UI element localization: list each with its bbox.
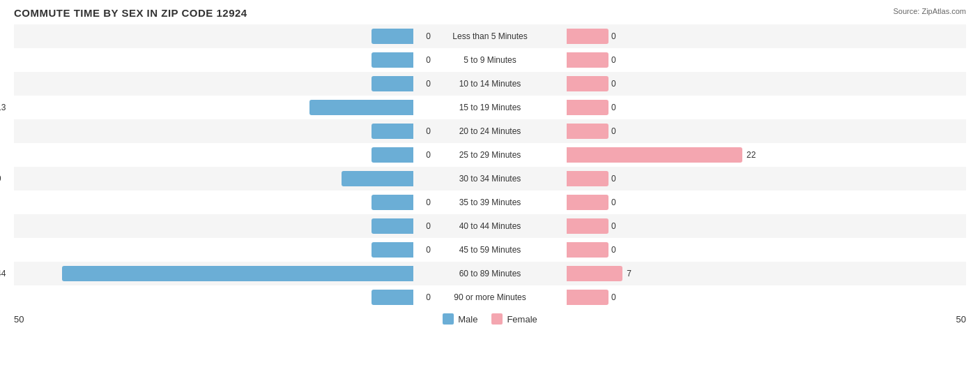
label-area: Less than 5 Minutes (413, 24, 567, 48)
male-bar: 0 (372, 76, 413, 91)
label-area: 35 to 39 Minutes (413, 191, 567, 214)
right-side: 0 (567, 48, 966, 72)
left-side: 0 (14, 24, 413, 48)
female-bar: 0 (567, 29, 608, 44)
male-bar: 0 (372, 218, 413, 234)
male-bar-container: 0 (14, 147, 413, 163)
female-bar: 0 (567, 218, 608, 234)
chart-row: 0 5 to 9 Minutes 0 (14, 48, 966, 72)
source-label: Source: ZipAtlas.com (893, 7, 966, 15)
male-bar-container: 9 (14, 171, 413, 186)
female-bar-container: 0 (567, 171, 966, 186)
chart-row: 0 90 or more Minutes 0 (14, 285, 966, 309)
female-bar-container: 0 (567, 290, 966, 305)
male-bar-container: 0 (14, 124, 413, 139)
label-area: 5 to 9 Minutes (413, 48, 567, 72)
male-bar-container: 0 (14, 76, 413, 91)
bar-label: Less than 5 Minutes (452, 31, 527, 41)
male-bar: 0 (372, 242, 413, 258)
right-side: 0 (567, 238, 966, 262)
male-bar (309, 100, 413, 115)
male-value: 44 (0, 269, 6, 278)
row-inner: 0 45 to 59 Minutes 0 (14, 238, 966, 262)
female-value: 22 (747, 150, 756, 160)
right-side: 0 (567, 24, 966, 48)
female-bar-container: 0 (567, 76, 966, 91)
female-bar-container: 0 (567, 242, 966, 258)
bar-label: 20 to 24 Minutes (459, 126, 521, 136)
right-side: 0 (567, 72, 966, 96)
male-bar (342, 171, 413, 186)
female-bar: 0 (567, 171, 608, 186)
female-bar-container: 0 (567, 124, 966, 139)
left-side: 0 (14, 72, 413, 96)
female-bar-container: 0 (567, 29, 966, 44)
female-bar-container: 0 (567, 218, 966, 234)
row-inner: 13 15 to 19 Minutes 0 (14, 96, 966, 119)
row-inner: 0 40 to 44 Minutes 0 (14, 214, 966, 238)
legend-male-label: Male (458, 314, 477, 325)
bar-label: 60 to 89 Minutes (459, 269, 521, 278)
chart-row: 13 15 to 19 Minutes 0 (14, 96, 966, 119)
chart-row: 0 Less than 5 Minutes 0 (14, 24, 966, 48)
bar-label: 5 to 9 Minutes (464, 55, 516, 65)
left-side: 0 (14, 214, 413, 238)
bar-label: 15 to 19 Minutes (459, 103, 521, 112)
row-inner: 0 Less than 5 Minutes 0 (14, 24, 966, 48)
row-inner: 0 10 to 14 Minutes 0 (14, 72, 966, 96)
male-bar: 0 (372, 52, 413, 68)
male-bar: 0 (372, 290, 413, 305)
chart-row: 44 60 to 89 Minutes 7 (14, 262, 966, 285)
chart-row: 0 35 to 39 Minutes 0 (14, 191, 966, 214)
male-bar-container: 44 (14, 266, 413, 281)
right-side: 22 (567, 143, 966, 167)
female-bar: 0 (567, 76, 608, 91)
right-side: 0 (567, 191, 966, 214)
chart-row: 0 25 to 29 Minutes 22 (14, 143, 966, 167)
row-inner: 44 60 to 89 Minutes 7 (14, 262, 966, 285)
left-side: 0 (14, 238, 413, 262)
legend-male-box (443, 313, 454, 325)
male-bar (62, 266, 413, 281)
male-bar: 0 (372, 124, 413, 139)
male-bar-container: 0 (14, 29, 413, 44)
left-side: 0 (14, 143, 413, 167)
row-inner: 0 35 to 39 Minutes 0 (14, 191, 966, 214)
female-bar: 0 (567, 100, 608, 115)
chart-row: 0 45 to 59 Minutes 0 (14, 238, 966, 262)
right-side: 0 (567, 119, 966, 143)
bar-label: 45 to 59 Minutes (459, 245, 521, 255)
chart-row: 9 30 to 34 Minutes 0 (14, 167, 966, 191)
left-side: 0 (14, 48, 413, 72)
right-side: 0 (567, 285, 966, 309)
label-area: 60 to 89 Minutes (413, 262, 567, 285)
female-bar-container: 22 (567, 147, 966, 163)
label-area: 20 to 24 Minutes (413, 119, 567, 143)
chart-container: COMMUTE TIME BY SEX IN ZIP CODE 12924 So… (0, 0, 980, 365)
right-side: 0 (567, 214, 966, 238)
chart-row: 0 20 to 24 Minutes 0 (14, 119, 966, 143)
label-area: 30 to 34 Minutes (413, 167, 567, 191)
row-inner: 0 90 or more Minutes 0 (14, 285, 966, 309)
legend: Male Female (24, 313, 956, 325)
right-side: 0 (567, 96, 966, 119)
male-bar-container: 13 (14, 100, 413, 115)
male-value: 9 (0, 174, 1, 184)
row-inner: 9 30 to 34 Minutes 0 (14, 167, 966, 191)
female-bar-container: 0 (567, 52, 966, 68)
female-bar (567, 147, 742, 163)
bar-label: 35 to 39 Minutes (459, 198, 521, 207)
label-area: 25 to 29 Minutes (413, 143, 567, 167)
chart-row: 0 10 to 14 Minutes 0 (14, 72, 966, 96)
male-bar-container: 0 (14, 242, 413, 258)
chart-title: COMMUTE TIME BY SEX IN ZIP CODE 12924 (14, 7, 966, 19)
bar-label: 40 to 44 Minutes (459, 221, 521, 231)
left-side: 0 (14, 191, 413, 214)
male-bar: 0 (372, 29, 413, 44)
left-side: 44 (14, 262, 413, 285)
female-bar: 0 (567, 290, 608, 305)
right-side: 7 (567, 262, 966, 285)
row-inner: 0 25 to 29 Minutes 22 (14, 143, 966, 167)
female-bar: 0 (567, 124, 608, 139)
label-area: 90 or more Minutes (413, 285, 567, 309)
